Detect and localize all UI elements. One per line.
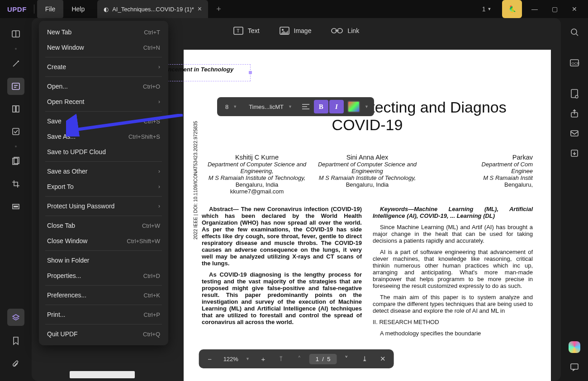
ocr-icon[interactable]: OCR: [567, 55, 582, 71]
app-logo: UPDF: [7, 5, 27, 13]
zoom-out-button[interactable]: −: [202, 351, 218, 367]
align-button[interactable]: [299, 100, 313, 113]
file-menu-open-[interactable]: Open...Ctrl+O: [39, 79, 168, 94]
file-menu-save-as-other[interactable]: Save as Other›: [39, 164, 168, 179]
first-page-button[interactable]: ⤒: [273, 351, 289, 367]
edit-image-button[interactable]: Image: [280, 26, 312, 35]
minimize-button[interactable]: —: [525, 0, 545, 18]
font-size-select[interactable]: 8▼: [220, 97, 242, 116]
file-menu-print-[interactable]: Print...Ctrl+P: [39, 307, 168, 322]
file-menu-new-window[interactable]: New WindowCtrl+N: [39, 40, 168, 55]
color-button[interactable]: ▼: [345, 97, 371, 116]
file-menu-create[interactable]: Create›: [39, 59, 168, 75]
bookmark-icon[interactable]: [7, 332, 24, 349]
svg-rect-7: [13, 128, 19, 135]
page-indicator[interactable]: 1 / 5: [309, 354, 337, 364]
redact-tool-icon[interactable]: [7, 198, 24, 215]
file-menu-open-recent[interactable]: Open Recent›: [39, 94, 168, 109]
svg-rect-21: [571, 364, 578, 369]
edit-link-button[interactable]: Link: [331, 27, 359, 34]
document-tab[interactable]: ◐ AI_Techniques...COVID-19 (1)* ×: [97, 0, 208, 18]
form-tool-icon[interactable]: [7, 123, 24, 140]
close-nav-button[interactable]: ✕: [375, 351, 391, 367]
file-menu-properties-[interactable]: Properties...Ctrl+D: [39, 268, 168, 283]
last-page-button[interactable]: ⤓: [356, 351, 373, 367]
svg-line-13: [576, 34, 578, 36]
right-sidebar: OCR: [561, 18, 588, 381]
profile-avatar[interactable]: 🦜: [502, 0, 522, 18]
file-menu-quit-updf[interactable]: Quit UPDFCtrl+Q: [39, 326, 168, 342]
svg-text:OCR: OCR: [572, 61, 580, 66]
page-navigation: − 122%▼ + ⤒ ˄ 1 / 5 ˅ ⤓ ✕: [199, 349, 394, 368]
prev-page-button[interactable]: ˄: [291, 351, 308, 367]
email-icon[interactable]: [567, 126, 582, 141]
file-menu-show-in-folder[interactable]: Show in Folder: [39, 253, 168, 268]
comment-tool-icon[interactable]: [7, 55, 24, 72]
maximize-button[interactable]: ▢: [545, 0, 564, 18]
file-menu-new-tab[interactable]: New TabCtrl+T: [39, 24, 168, 40]
search-icon[interactable]: [567, 24, 582, 40]
font-family-select[interactable]: Times...licMT▼: [243, 97, 298, 116]
svg-rect-5: [13, 106, 15, 112]
svg-point-25: [282, 29, 284, 31]
share-icon[interactable]: [567, 106, 582, 121]
italic-button[interactable]: I: [329, 100, 344, 113]
left-sidebar: [0, 18, 32, 381]
authors-block: Kshitij C Kurne Department of Computer S…: [202, 154, 533, 195]
pages-tool-icon[interactable]: [7, 153, 24, 170]
svg-point-17: [575, 95, 578, 98]
edit-text-button[interactable]: TText: [233, 26, 260, 35]
svg-rect-6: [16, 106, 19, 112]
file-menu-export-to[interactable]: Export To›: [39, 179, 168, 194]
bold-button[interactable]: B: [314, 100, 328, 113]
file-menu-dropdown: New TabCtrl+TNew WindowCtrl+NCreate›Open…: [39, 21, 168, 345]
ai-assistant-icon[interactable]: [569, 341, 580, 353]
file-menu-save-to-updf-cloud[interactable]: Save to UPDF Cloud: [39, 144, 168, 160]
close-window-button[interactable]: ✕: [564, 0, 584, 18]
account-dropdown[interactable]: 1▼: [477, 0, 497, 18]
file-menu-save[interactable]: SaveCtrl+S: [39, 113, 168, 129]
svg-point-12: [571, 29, 577, 34]
svg-text:T: T: [237, 28, 240, 33]
thumbnail-strip[interactable]: [70, 371, 135, 378]
file-menu-protect-using-password[interactable]: Protect Using Password›: [39, 198, 168, 214]
page-display-icon[interactable]: [567, 86, 582, 101]
zoom-level[interactable]: 122%▼: [220, 356, 253, 362]
doi-text: 2022 IEEE | DOI: 10.1109/ICONAT53423.202…: [193, 121, 198, 240]
svg-rect-2: [12, 83, 19, 89]
text-format-toolbar: 8▼ Times...licMT▼ B I ▼: [217, 97, 374, 116]
file-menu-save-as-[interactable]: Save As...Ctrl+Shift+S: [39, 129, 168, 144]
reader-tool-icon[interactable]: [7, 25, 24, 42]
chat-icon[interactable]: [567, 359, 582, 375]
svg-rect-11: [14, 206, 18, 207]
tab-icon: ◐: [104, 6, 109, 13]
file-menu-preferences-[interactable]: Preferences...Ctrl+K: [39, 287, 168, 303]
file-menu-close-window[interactable]: Close WindowCtrl+Shift+W: [39, 233, 168, 249]
save-cloud-icon[interactable]: [567, 146, 582, 161]
zoom-in-button[interactable]: +: [255, 351, 271, 367]
attachment-icon[interactable]: [7, 356, 24, 373]
new-tab-button[interactable]: +: [216, 5, 221, 14]
separator: [34, 5, 34, 14]
crop-tool-icon[interactable]: [7, 175, 24, 193]
file-menu-close-tab[interactable]: Close TabCtrl+W: [39, 218, 168, 233]
close-tab-icon[interactable]: ×: [198, 5, 202, 13]
edit-tool-icon[interactable]: [7, 78, 24, 95]
tab-title: AI_Techniques...COVID-19 (1)*: [112, 6, 194, 13]
body-columns: Abstract— The new Coronavirus infection …: [202, 206, 533, 337]
menu-file[interactable]: File: [37, 0, 64, 18]
layers-icon[interactable]: [7, 309, 24, 326]
organize-tool-icon[interactable]: [7, 100, 24, 118]
next-page-button[interactable]: ˅: [338, 351, 355, 367]
menu-help[interactable]: Help: [63, 0, 93, 18]
svg-rect-19: [571, 131, 578, 136]
